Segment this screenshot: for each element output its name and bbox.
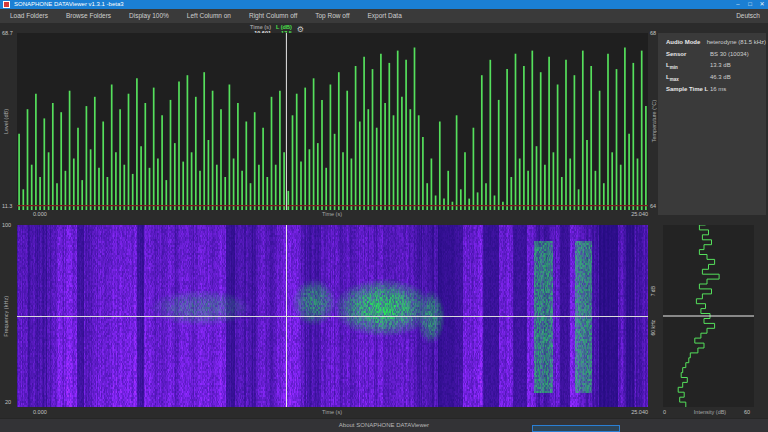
status-highlight <box>532 425 620 432</box>
spectrogram-xaxis-label: Time (s) <box>250 409 414 415</box>
close-icon[interactable]: ✕ <box>756 0 768 9</box>
info-row-lmax: Lmax 46.3 dB <box>658 74 766 84</box>
spectrum-cursor-freq-label: 60 kHz <box>650 320 656 336</box>
spectrum-xtick-left: 0 <box>663 409 666 415</box>
level-xtick-left: 0.000 <box>33 211 47 217</box>
info-panel: Audio Mode heterodyne (81.5 kHz) Sensor … <box>658 33 766 215</box>
spectrum-cursor-intensity-label: 7 dB <box>650 286 656 296</box>
frequency-axis-label: Frequency (kHz) <box>3 296 9 337</box>
menu-right-column[interactable]: Right Column off <box>240 9 306 23</box>
info-row-sensor: Sensor BS 30 (10034) <box>658 51 766 61</box>
menu-top-row[interactable]: Top Row off <box>306 9 358 23</box>
menubar: Load Folders Browse Folders Display 100%… <box>0 9 768 23</box>
level-chart[interactable] <box>17 33 648 210</box>
menu-load-folders[interactable]: Load Folders <box>0 9 57 23</box>
level-axis-label: Level (dB) <box>3 109 9 134</box>
level-chart-svg <box>17 33 648 210</box>
level-xaxis-label: Time (s) <box>250 211 414 217</box>
spectrum-xaxis-label: Intensity (dB) <box>680 409 740 415</box>
spectrogram-cursor-h[interactable] <box>17 316 648 317</box>
info-row-lmin: Lmin 13.3 dB <box>658 62 766 72</box>
level-xtick-right: 25.040 <box>600 211 648 217</box>
about-link[interactable]: About SONAPHONE DATAViewer <box>0 422 768 428</box>
window-title: SONAPHONE DATAViewer v1.3.1 -beta3 <box>14 0 732 9</box>
temperature-axis-label: Temperature (°C) <box>651 100 657 142</box>
info-row-sample-time: Sample Time L 16 ms <box>658 86 766 96</box>
statusbar: About SONAPHONE DATAViewer <box>0 418 768 432</box>
menu-display-100[interactable]: Display 100% <box>120 9 178 23</box>
info-row-audio-mode: Audio Mode heterodyne (81.5 kHz) <box>658 39 766 49</box>
spectrogram-xtick-right: 25.040 <box>600 409 648 415</box>
maximize-icon[interactable]: □ <box>744 0 756 9</box>
menu-left-column[interactable]: Left Column on <box>178 9 240 23</box>
spectrum-xtick-right: 60 <box>744 409 750 415</box>
app-window: SONAPHONE DATAViewer v1.3.1 -beta3 – □ ✕… <box>0 0 768 432</box>
app-icon <box>3 1 10 8</box>
menu-export-data[interactable]: Export Data <box>358 9 410 23</box>
spectrogram-xtick-left: 0.000 <box>33 409 47 415</box>
spectrum-svg <box>663 225 754 407</box>
menu-language[interactable]: Deutsch <box>728 9 768 23</box>
menu-browse-folders[interactable]: Browse Folders <box>57 9 120 23</box>
titlebar: SONAPHONE DATAViewer v1.3.1 -beta3 – □ ✕ <box>0 0 768 9</box>
spectrum-panel[interactable] <box>663 225 754 407</box>
minimize-icon[interactable]: – <box>732 0 744 9</box>
